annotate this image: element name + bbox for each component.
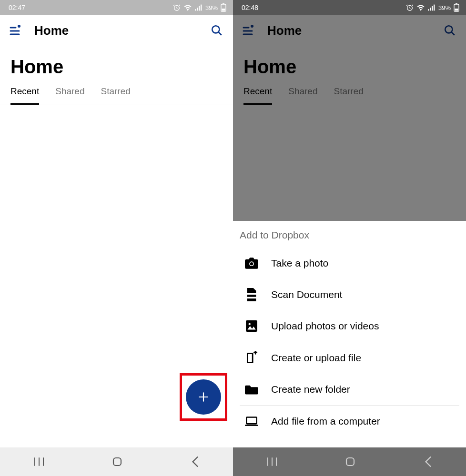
header-title: Home bbox=[34, 23, 197, 38]
sheet-item-scan-document[interactable]: Scan Document bbox=[233, 279, 466, 310]
sheet-item-label: Upload photos or videos bbox=[271, 320, 379, 332]
android-navbar bbox=[0, 447, 233, 476]
battery-icon bbox=[454, 3, 459, 12]
alarm-icon bbox=[406, 4, 414, 11]
fab-highlight bbox=[180, 373, 227, 421]
sheet-item-label: Create new folder bbox=[271, 384, 350, 395]
svg-rect-46 bbox=[346, 458, 354, 466]
svg-rect-7 bbox=[223, 3, 224, 4]
status-right: 39% bbox=[173, 3, 226, 12]
menu-button[interactable] bbox=[9, 24, 22, 37]
svg-rect-6 bbox=[222, 9, 225, 11]
svg-rect-1 bbox=[195, 9, 196, 10]
screenshot-right: 02:48 39% Home Hom bbox=[233, 0, 466, 476]
svg-rect-3 bbox=[199, 6, 200, 11]
sheet-item-upload-media[interactable]: Upload photos or videos bbox=[233, 310, 466, 342]
nav-back[interactable] bbox=[191, 456, 199, 468]
camera-icon bbox=[244, 256, 259, 270]
app-header: Home bbox=[0, 15, 233, 46]
nav-recents[interactable] bbox=[267, 457, 277, 466]
scan-icon bbox=[244, 288, 259, 302]
folder-icon bbox=[244, 382, 259, 397]
tab-shared[interactable]: Shared bbox=[55, 86, 84, 105]
status-bar: 02:48 39% bbox=[233, 0, 466, 15]
nav-recents[interactable] bbox=[34, 457, 44, 466]
svg-rect-27 bbox=[456, 3, 457, 4]
status-bar: 02:47 39% bbox=[0, 0, 233, 15]
sheet-title: Add to Dropbox bbox=[233, 221, 466, 248]
svg-point-8 bbox=[18, 25, 20, 28]
sheet-item-create-folder[interactable]: Create new folder bbox=[233, 374, 466, 405]
svg-rect-36 bbox=[247, 295, 256, 297]
alarm-icon bbox=[173, 4, 181, 11]
sheet-item-create-file[interactable]: Create or upload file bbox=[233, 342, 466, 374]
sheet-item-add-from-computer[interactable]: Add file from a computer bbox=[233, 406, 466, 437]
svg-rect-37 bbox=[247, 298, 256, 301]
signal-icon bbox=[428, 4, 436, 11]
screenshot-left: 02:47 39% Home Home Recent Sh bbox=[0, 0, 233, 476]
content-area bbox=[0, 105, 233, 447]
svg-rect-19 bbox=[113, 458, 121, 466]
search-button[interactable] bbox=[209, 23, 224, 38]
signal-icon bbox=[195, 4, 203, 11]
svg-rect-24 bbox=[434, 5, 435, 11]
status-time: 02:47 bbox=[9, 4, 25, 11]
tab-recent[interactable]: Recent bbox=[10, 86, 39, 105]
status-right: 39% bbox=[406, 3, 459, 12]
svg-rect-22 bbox=[430, 8, 431, 10]
nav-home[interactable] bbox=[344, 456, 356, 467]
sheet-item-label: Scan Document bbox=[271, 289, 342, 300]
sheet-item-label: Create or upload file bbox=[271, 352, 361, 364]
wifi-icon bbox=[416, 4, 425, 11]
status-time: 02:48 bbox=[242, 4, 258, 11]
tab-starred[interactable]: Starred bbox=[101, 86, 130, 105]
sheet-item-label: Add file from a computer bbox=[271, 416, 380, 427]
wifi-icon bbox=[183, 4, 192, 11]
android-navbar bbox=[233, 447, 466, 476]
add-bottomsheet: Add to Dropbox Take a photo Scan Documen… bbox=[233, 221, 466, 447]
svg-rect-4 bbox=[201, 5, 202, 11]
svg-line-13 bbox=[218, 32, 222, 35]
battery-text: 39% bbox=[438, 4, 451, 11]
nav-back[interactable] bbox=[424, 456, 432, 468]
svg-point-40 bbox=[249, 323, 251, 325]
page-title: Home bbox=[0, 46, 233, 86]
battery-text: 39% bbox=[205, 4, 218, 11]
fab-add-button[interactable] bbox=[186, 379, 221, 415]
svg-rect-26 bbox=[455, 9, 458, 11]
nav-home[interactable] bbox=[111, 456, 123, 467]
svg-point-35 bbox=[250, 262, 253, 266]
svg-rect-41 bbox=[246, 417, 256, 424]
svg-point-12 bbox=[212, 26, 219, 33]
laptop-icon bbox=[244, 414, 259, 428]
sheet-item-take-photo[interactable]: Take a photo bbox=[233, 248, 466, 279]
svg-rect-21 bbox=[428, 9, 429, 10]
svg-rect-23 bbox=[432, 6, 433, 11]
file-plus-icon bbox=[244, 351, 259, 365]
svg-rect-38 bbox=[246, 320, 257, 332]
sheet-item-label: Take a photo bbox=[271, 258, 328, 269]
svg-rect-2 bbox=[197, 8, 198, 10]
battery-icon bbox=[221, 3, 226, 12]
tab-bar: Recent Shared Starred bbox=[0, 86, 233, 105]
image-icon bbox=[244, 319, 259, 333]
